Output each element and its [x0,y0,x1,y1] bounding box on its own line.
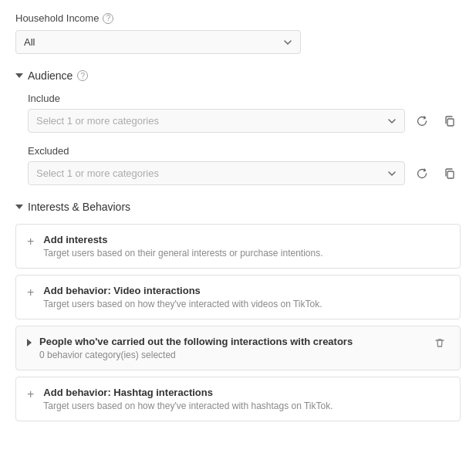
interests-collapse-icon [15,205,23,209]
video-interactions-desc: Target users based on how they've intera… [43,299,449,309]
svg-rect-1 [447,171,454,178]
audience-collapse-icon [15,73,23,78]
audience-include-label: Include [28,93,461,104]
creator-interactions-title: People who've carried out the following … [39,336,423,347]
svg-rect-0 [447,119,454,126]
audience-excluded-copy-button[interactable] [439,163,461,184]
refresh-icon [416,167,428,180]
audience-section-title: Audience [28,69,73,82]
audience-excluded-refresh-button[interactable] [411,163,433,184]
audience-info-icon[interactable]: ? [77,70,88,81]
household-income-label: Household Income ? [15,12,461,24]
audience-include-select[interactable]: Select 1 or more categories [28,109,405,133]
audience-include-placeholder: Select 1 or more categories [36,115,387,127]
audience-excluded-subsection: Excluded Select 1 or more categories [28,145,461,185]
add-interests-card[interactable]: + Add interests Target users based on th… [15,224,461,269]
audience-excluded-row: Select 1 or more categories [28,161,461,185]
video-interactions-plus-icon: + [27,286,34,299]
video-interactions-card[interactable]: + Add behavior: Video interactions Targe… [15,275,461,319]
interests-behaviors-section: Interests & Behaviors + Add interests Ta… [15,201,461,421]
household-income-select[interactable]: All [15,30,301,54]
add-interests-desc: Target users based on their general inte… [43,248,449,259]
household-income-section: Household Income ? All [15,12,461,54]
audience-section: Audience ? Include Select 1 or more cate… [15,69,461,185]
video-interactions-title: Add behavior: Video interactions [43,285,449,296]
creator-interactions-delete-button[interactable] [430,336,449,353]
hashtag-interactions-title: Add behavior: Hashtag interactions [43,387,449,398]
audience-include-subsection: Include Select 1 or more categories [28,93,461,133]
audience-excluded-chevron-icon [387,169,397,178]
household-income-chevron-icon [283,38,292,47]
creator-interactions-header: People who've carried out the following … [16,326,460,370]
add-interests-content: Add interests Target users based on thei… [43,234,449,259]
creator-interactions-content: People who've carried out the following … [39,336,423,360]
creator-interactions-subtitle: 0 behavior category(ies) selected [39,350,423,360]
trash-icon [434,337,446,350]
audience-excluded-select[interactable]: Select 1 or more categories [28,161,405,185]
copy-icon [444,115,456,127]
interests-behaviors-header[interactable]: Interests & Behaviors [15,201,461,213]
copy-icon [444,167,456,180]
household-income-info-icon[interactable]: ? [103,13,113,24]
hashtag-interactions-content: Add behavior: Hashtag interactions Targe… [43,387,449,411]
audience-excluded-placeholder: Select 1 or more categories [36,167,387,179]
refresh-icon [416,115,428,127]
audience-include-chevron-icon [387,117,397,126]
audience-include-refresh-button[interactable] [411,110,433,132]
audience-include-copy-button[interactable] [439,110,461,132]
add-interests-plus-icon: + [27,235,34,248]
audience-include-row: Select 1 or more categories [28,109,461,133]
add-interests-title: Add interests [43,234,449,245]
creator-interactions-card: People who've carried out the following … [15,326,461,370]
hashtag-interactions-card[interactable]: + Add behavior: Hashtag interactions Tar… [15,377,461,421]
interests-behaviors-title: Interests & Behaviors [28,201,130,213]
creator-interactions-expand-icon[interactable] [27,339,32,347]
video-interactions-content: Add behavior: Video interactions Target … [43,285,449,309]
audience-excluded-label: Excluded [28,145,461,157]
hashtag-interactions-desc: Target users based on how they've intera… [43,401,449,411]
audience-section-header[interactable]: Audience ? [15,69,461,82]
hashtag-interactions-plus-icon: + [27,387,34,401]
behavior-cards-list: + Add interests Target users based on th… [15,224,461,421]
